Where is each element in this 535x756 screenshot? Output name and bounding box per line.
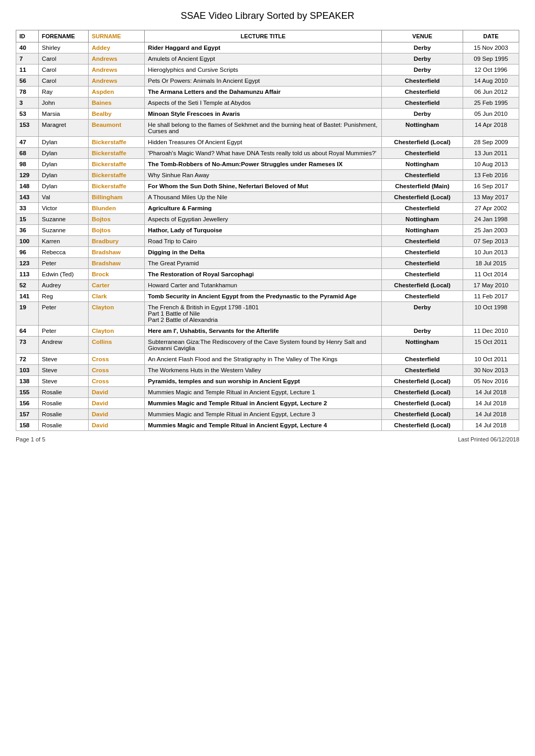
cell-venue: Chesterfield [382, 203, 463, 214]
cell-forename: Steve [38, 376, 88, 387]
cell-forename: Reg [38, 291, 88, 302]
cell-surname: Bickerstaffe [89, 148, 145, 159]
table-row: 52 Audrey Carter Howard Carter and Tutan… [16, 280, 519, 291]
cell-venue: Chesterfield [382, 291, 463, 302]
cell-title: The Tomb-Robbers of No-Amun:Power Strugg… [145, 159, 382, 170]
cell-surname: Addey [89, 42, 145, 53]
cell-date: 14 Apr 2018 [463, 120, 519, 137]
col-header-venue: VENUE [382, 30, 463, 42]
cell-surname: Collins [89, 337, 145, 354]
cell-title: Pyramids, temples and sun worship in Anc… [145, 376, 382, 387]
cell-title: Mummies Magic and Temple Ritual in Ancie… [145, 409, 382, 420]
cell-date: 13 Feb 2016 [463, 170, 519, 181]
table-row: 72 Steve Cross An Ancient Flash Flood an… [16, 354, 519, 365]
page-title: SSAE Video Library Sorted by SPEAKER [16, 10, 519, 21]
cell-date: 11 Dec 2010 [463, 326, 519, 337]
cell-title: Tomb Security in Ancient Egypt from the … [145, 291, 382, 302]
cell-date: 18 Jul 2015 [463, 258, 519, 269]
cell-forename: Dylan [38, 137, 88, 148]
cell-id: 40 [16, 42, 39, 53]
cell-id: 158 [16, 420, 39, 431]
cell-id: 148 [16, 181, 39, 192]
cell-id: 19 [16, 302, 39, 326]
cell-title: A Thousand Miles Up the Nile [145, 192, 382, 203]
cell-venue: Chesterfield (Local) [382, 137, 463, 148]
cell-title: Howard Carter and Tutankhamun [145, 280, 382, 291]
cell-forename: Dylan [38, 181, 88, 192]
cell-forename: Rebecca [38, 247, 88, 258]
cell-date: 17 May 2010 [463, 280, 519, 291]
cell-date: 25 Jan 2003 [463, 225, 519, 236]
cell-date: 10 Oct 1998 [463, 302, 519, 326]
main-table: ID FORENAME SURNAME LECTURE TITLE VENUE … [16, 30, 519, 431]
cell-forename: Victor [38, 203, 88, 214]
cell-date: 15 Oct 2011 [463, 337, 519, 354]
cell-title: The Restoration of Royal Sarcophagi [145, 269, 382, 280]
cell-title: Amulets of Ancient Egypt [145, 53, 382, 64]
cell-surname: David [89, 409, 145, 420]
cell-surname: Bojtos [89, 225, 145, 236]
cell-forename: Peter [38, 326, 88, 337]
cell-date: 10 Oct 2011 [463, 354, 519, 365]
cell-title: Minoan Style Frescoes in Avaris [145, 109, 382, 120]
cell-venue: Chesterfield [382, 98, 463, 109]
table-row: 96 Rebecca Bradshaw Digging in the Delta… [16, 247, 519, 258]
cell-id: 11 [16, 64, 39, 75]
cell-surname: Blunden [89, 203, 145, 214]
cell-id: 153 [16, 120, 39, 137]
cell-id: 64 [16, 326, 39, 337]
cell-venue: Derby [382, 53, 463, 64]
cell-venue: Chesterfield [382, 148, 463, 159]
cell-id: 33 [16, 203, 39, 214]
cell-forename: Dylan [38, 159, 88, 170]
cell-venue: Chesterfield [382, 170, 463, 181]
cell-forename: Suzanne [38, 225, 88, 236]
cell-forename: Shirley [38, 42, 88, 53]
cell-date: 13 May 2017 [463, 192, 519, 203]
cell-title: For Whom the Sun Doth Shine, Nefertari B… [145, 181, 382, 192]
table-row: 15 Suzanne Bojtos Aspects of Egyptian Je… [16, 214, 519, 225]
cell-date: 05 Nov 2016 [463, 376, 519, 387]
table-row: 53 Marsia Bealby Minoan Style Frescoes i… [16, 109, 519, 120]
table-row: 3 John Baines Aspects of the Seti I Temp… [16, 98, 519, 109]
cell-date: 14 Jul 2018 [463, 398, 519, 409]
cell-surname: David [89, 398, 145, 409]
cell-id: 56 [16, 75, 39, 87]
table-row: 47 Dylan Bickerstaffe Hidden Treasures O… [16, 137, 519, 148]
cell-date: 14 Aug 2010 [463, 75, 519, 87]
table-row: 113 Edwin (Ted) Brock The Restoration of… [16, 269, 519, 280]
table-row: 7 Carol Andrews Amulets of Ancient Egypt… [16, 53, 519, 64]
cell-title: Digging in the Delta [145, 247, 382, 258]
cell-id: 141 [16, 291, 39, 302]
table-row: 158 Rosalie David Mummies Magic and Temp… [16, 420, 519, 431]
cell-forename: Rosalie [38, 409, 88, 420]
cell-title: Here am I', Ushabtis, Servants for the A… [145, 326, 382, 337]
cell-title: The Workmens Huts in the Western Valley [145, 365, 382, 376]
cell-id: 78 [16, 87, 39, 98]
cell-date: 10 Aug 2013 [463, 159, 519, 170]
cell-forename: Dylan [38, 148, 88, 159]
table-row: 100 Karren Bradbury Road Trip to Cairo C… [16, 236, 519, 247]
cell-forename: Carol [38, 64, 88, 75]
cell-title: He shall belong to the flames of Sekhmet… [145, 120, 382, 137]
cell-forename: Carol [38, 53, 88, 64]
col-header-id: ID [16, 30, 39, 42]
cell-venue: Chesterfield (Local) [382, 280, 463, 291]
cell-title: Why Sinhue Ran Away [145, 170, 382, 181]
cell-forename: Val [38, 192, 88, 203]
table-row: 56 Carol Andrews Pets Or Powers: Animals… [16, 75, 519, 87]
cell-venue: Chesterfield [382, 236, 463, 247]
col-header-date: DATE [463, 30, 519, 42]
cell-forename: Peter [38, 258, 88, 269]
table-row: 64 Peter Clayton Here am I', Ushabtis, S… [16, 326, 519, 337]
cell-forename: Dylan [38, 170, 88, 181]
cell-id: 7 [16, 53, 39, 64]
cell-venue: Nottingham [382, 120, 463, 137]
cell-id: 129 [16, 170, 39, 181]
table-row: 33 Victor Blunden Agriculture & Farming … [16, 203, 519, 214]
cell-title: The French & British in Egypt 1798 -1801… [145, 302, 382, 326]
cell-surname: David [89, 387, 145, 398]
table-row: 129 Dylan Bickerstaffe Why Sinhue Ran Aw… [16, 170, 519, 181]
cell-id: 52 [16, 280, 39, 291]
table-row: 153 Maragret Beaumont He shall belong to… [16, 120, 519, 137]
